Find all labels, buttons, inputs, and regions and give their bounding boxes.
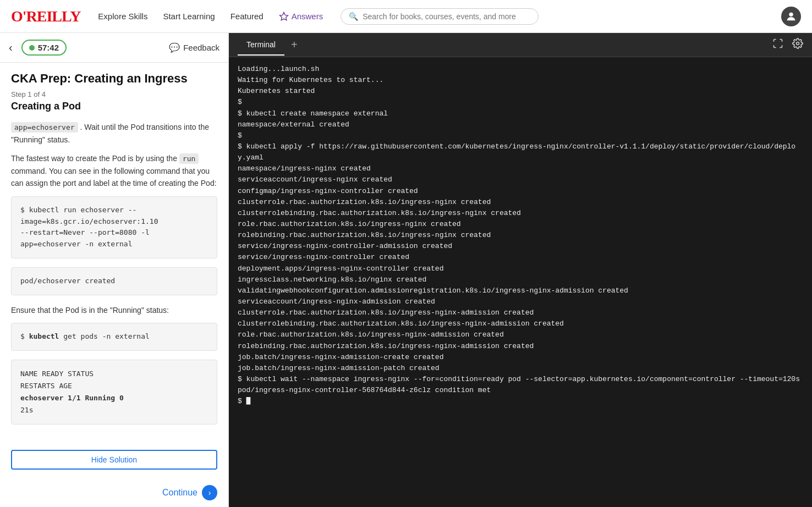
header: O'REILLY Explore Skills Start Learning F…	[0, 0, 812, 33]
table-row-2: echoserver 1/1 Running 0	[20, 392, 208, 404]
timer-dot	[29, 45, 35, 51]
table-row-3: 21s	[20, 404, 208, 416]
left-panel: ‹ 57:42 💬 Feedback CKA Prep: Creating an…	[0, 33, 229, 507]
code-keyword: kubectl	[29, 332, 59, 340]
code-block-1-result: pod/echoserver created	[11, 267, 217, 295]
body-text-3: Ensure that the Pod is in the "Running" …	[11, 304, 217, 316]
left-content: CKA Prep: Creating an Ingress Step 1 of …	[0, 63, 228, 450]
logo[interactable]: O'REILLY	[11, 8, 80, 25]
terminal-panel: Terminal + Loading...launch.sh Waiting f…	[229, 33, 812, 507]
search-bar[interactable]: 🔍	[341, 8, 539, 25]
search-icon: 🔍	[349, 12, 358, 21]
table-block: NAME READY STATUS RESTARTS AGE echoserve…	[11, 360, 217, 425]
search-input[interactable]	[363, 12, 530, 21]
table-header: NAME READY STATUS	[20, 368, 208, 380]
code-block-2: $ kubectl get pods -n external	[11, 323, 217, 351]
user-avatar[interactable]	[781, 7, 801, 26]
back-button[interactable]: ‹	[9, 41, 13, 54]
step-label: Step 1 of 4	[11, 90, 217, 98]
answers-label: Answers	[292, 12, 323, 21]
code-block-1: $ kubectl run echoserver -- image=k8s.gc…	[11, 196, 217, 258]
nav-explore[interactable]: Explore Skills	[98, 12, 147, 21]
toolbar: ‹ 57:42 💬 Feedback	[0, 33, 228, 63]
feedback-label: Feedback	[183, 43, 220, 52]
answers-icon	[279, 12, 289, 21]
nav-featured[interactable]: Featured	[231, 12, 264, 21]
page-title: CKA Prep: Creating an Ingress	[11, 71, 217, 86]
terminal-expand-button[interactable]	[772, 38, 783, 52]
avatar-icon	[785, 10, 797, 23]
timer-badge: 57:42	[21, 40, 67, 56]
terminal-actions	[772, 38, 803, 52]
terminal-bar: Terminal +	[229, 33, 812, 57]
hide-solution-button[interactable]: Hide Solution	[11, 450, 217, 470]
inline-code-2: run	[179, 153, 199, 164]
step-title: Creating a Pod	[11, 101, 217, 112]
table-row-1: RESTARTS AGE	[20, 380, 208, 392]
inline-code-1: app=echoserver	[11, 122, 78, 133]
nav-answers[interactable]: Answers	[279, 12, 323, 21]
svg-point-0	[789, 12, 793, 16]
continue-arrow-circle: ›	[202, 485, 217, 500]
body-text-1: app=echoserver . Wait until the Pod tran…	[11, 121, 217, 146]
feedback-icon: 💬	[169, 42, 180, 53]
main-layout: ‹ 57:42 💬 Feedback CKA Prep: Creating an…	[0, 33, 812, 507]
continue-section: Continue ›	[0, 478, 228, 507]
nav: Explore Skills Start Learning Featured A…	[98, 12, 323, 21]
nav-start-learning[interactable]: Start Learning	[163, 12, 215, 21]
timer-value: 57:42	[38, 43, 59, 52]
terminal-settings-button[interactable]	[792, 38, 803, 52]
terminal-add-button[interactable]: +	[291, 38, 298, 51]
terminal-tab[interactable]: Terminal	[238, 35, 284, 56]
continue-button[interactable]: Continue ›	[162, 485, 217, 500]
svg-point-1	[797, 42, 799, 45]
terminal-content: Loading...launch.sh Waiting for Kubernet…	[229, 57, 812, 507]
body-text-2: The fastest way to create the Pod is by …	[11, 152, 217, 190]
feedback-button[interactable]: 💬 Feedback	[169, 42, 220, 53]
settings-icon	[792, 38, 803, 49]
expand-icon	[772, 38, 783, 49]
continue-label: Continue	[162, 488, 197, 498]
